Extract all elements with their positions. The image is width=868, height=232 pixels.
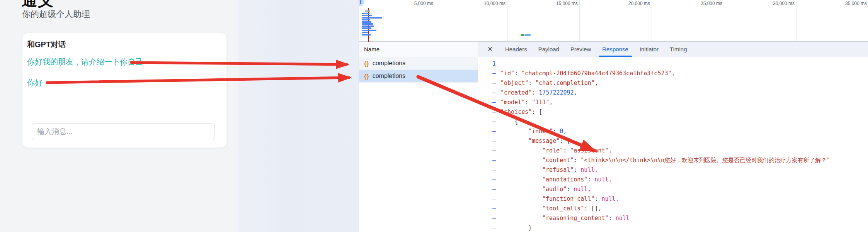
waterfall-mini-bar — [525, 34, 531, 36]
close-icon[interactable]: ✕ — [485, 45, 495, 53]
timeline-tick-label: 10,000 ms — [484, 1, 505, 6]
timeline-tick-label: 30,000 ms — [773, 1, 795, 6]
json-token: "reasoning_content" — [542, 215, 609, 222]
response-json-line: –"tool_calls": [], — [478, 204, 868, 213]
tab-initiator[interactable]: Initiator — [635, 42, 664, 57]
tab-payload[interactable]: Payload — [533, 42, 564, 57]
json-token: : — [584, 205, 591, 212]
json-token: "message" — [528, 137, 560, 144]
line-wrap-marker[interactable]: – — [478, 78, 496, 88]
json-token: "created" — [500, 89, 532, 96]
json-token: [ — [539, 108, 542, 115]
json-token: : — [574, 157, 580, 164]
line-wrap-marker[interactable]: – — [478, 223, 496, 232]
chat-message-user-1: 你好我的朋友，请介绍一下你自己 — [27, 57, 143, 67]
json-token: : — [574, 166, 580, 173]
line-wrap-marker[interactable]: – — [478, 165, 496, 175]
json-token: "refusal" — [542, 166, 574, 173]
json-token: "choices" — [500, 108, 532, 115]
line-wrap-marker[interactable]: – — [478, 69, 496, 78]
json-line-code: "audio": null, — [496, 185, 591, 194]
json-token: "assistant", — [570, 147, 612, 154]
json-token: : — [532, 108, 539, 115]
tab-timing[interactable]: Timing — [665, 42, 692, 57]
response-json-line: –"id": "chatcmpl-204fb6079ba44c479363ca1… — [478, 69, 868, 78]
message-input[interactable] — [32, 123, 215, 140]
json-token: "chat.completion", — [535, 80, 598, 86]
waterfall-mini-bar — [362, 13, 369, 14]
json-line-code: "function_call": null, — [496, 194, 619, 204]
timeline-gridline — [507, 0, 507, 41]
json-line-code — [496, 59, 500, 69]
line-wrap-marker[interactable]: – — [478, 98, 496, 107]
response-json-line: –"created": 1757222092, — [478, 88, 868, 98]
line-wrap-marker[interactable]: – — [478, 175, 496, 185]
json-token: null, — [602, 195, 619, 202]
name-column-header[interactable]: Name — [359, 42, 478, 57]
json-token: { — [514, 118, 518, 125]
json-token: "chatcmpl-204fb6079ba44c479363ca1bfa3fc5… — [521, 70, 675, 77]
json-token: "model" — [500, 99, 525, 106]
waterfall-mini-bar — [362, 23, 373, 25]
network-overview-timeline[interactable]: 5,000 ms10,000 ms15,000 ms20,000 ms25,00… — [359, 0, 868, 42]
timeline-tick-label: 20,000 ms — [628, 1, 650, 6]
waterfall-mini-bar — [362, 19, 370, 20]
line-number[interactable]: 1 — [478, 59, 496, 69]
response-json-line: –"choices": [ — [478, 107, 868, 117]
line-wrap-marker[interactable]: – — [478, 204, 496, 213]
json-line-code: "message": { — [496, 136, 570, 146]
line-wrap-marker[interactable]: – — [478, 194, 496, 204]
line-wrap-marker[interactable]: – — [478, 185, 496, 194]
json-token: : — [594, 195, 601, 202]
overview-handle-grip-icon — [360, 0, 361, 4]
network-request-row[interactable]: {}completions — [359, 57, 478, 70]
json-token: null, — [580, 166, 598, 173]
chat-app-panel: 通义 你的超级个人助理 和GPT对话 你好我的朋友，请介绍一下你自己 你好 — [0, 0, 238, 232]
response-json-line: –"model": "111", — [478, 98, 868, 107]
timeline-gridline — [796, 0, 797, 41]
chat-message-user-2: 你好 — [27, 78, 43, 88]
overview-selection-handle[interactable] — [359, 0, 364, 6]
json-line-code: "index": 0, — [496, 127, 567, 136]
json-line-code: "tool_calls": [], — [496, 204, 602, 213]
line-wrap-marker[interactable]: – — [478, 136, 496, 146]
json-line-code: "content": "<think>\n\n</think>\n\n您好，欢迎… — [496, 156, 830, 165]
json-token: 0, — [560, 128, 567, 135]
json-token: : — [514, 70, 521, 77]
line-wrap-marker[interactable]: – — [478, 213, 496, 223]
json-token: : — [532, 89, 539, 96]
timeline-tick-label: 25,000 ms — [701, 1, 722, 6]
line-wrap-marker[interactable]: – — [478, 117, 496, 127]
chat-card: 和GPT对话 你好我的朋友，请介绍一下你自己 你好 — [22, 33, 227, 148]
line-wrap-marker[interactable]: – — [478, 156, 496, 165]
response-json-line: –"object": "chat.completion", — [478, 78, 868, 88]
json-token: null, — [594, 176, 612, 183]
json-token: : — [609, 215, 616, 222]
json-token: : — [560, 137, 567, 144]
line-wrap-marker[interactable]: – — [478, 127, 496, 136]
json-line-code: "object": "chat.completion", — [496, 78, 598, 88]
response-json-line: –"audio": null, — [478, 185, 868, 194]
response-json-line: –{ — [478, 117, 868, 127]
json-request-icon: {} — [364, 60, 369, 67]
devtools-network-panel: 5,000 ms10,000 ms15,000 ms20,000 ms25,00… — [359, 0, 868, 232]
tab-response[interactable]: Response — [597, 42, 633, 57]
line-wrap-marker[interactable]: – — [478, 88, 496, 98]
response-json-line: –"refusal": null, — [478, 165, 868, 175]
waterfall-mini-bar — [362, 21, 371, 23]
response-json-lines: 1–"id": "chatcmpl-204fb6079ba44c479363ca… — [478, 59, 868, 232]
waterfall-mini-bar — [362, 25, 374, 27]
request-name-label: completions — [373, 60, 405, 67]
tab-preview[interactable]: Preview — [565, 42, 596, 57]
json-line-code: "annotations": null, — [496, 175, 612, 185]
tab-headers[interactable]: Headers — [500, 42, 532, 57]
line-wrap-marker[interactable]: – — [478, 107, 496, 117]
request-detail-tabbar: ✕ HeadersPayloadPreviewResponseInitiator… — [478, 42, 868, 57]
line-wrap-marker[interactable]: – — [478, 146, 496, 156]
response-json-line: –"message": { — [478, 136, 868, 146]
json-token: : — [567, 186, 574, 193]
json-line-code: "model": "111", — [496, 98, 553, 107]
json-token: } — [528, 224, 532, 231]
json-line-code: "choices": [ — [496, 107, 542, 117]
network-request-row[interactable]: {}completions — [359, 70, 478, 83]
